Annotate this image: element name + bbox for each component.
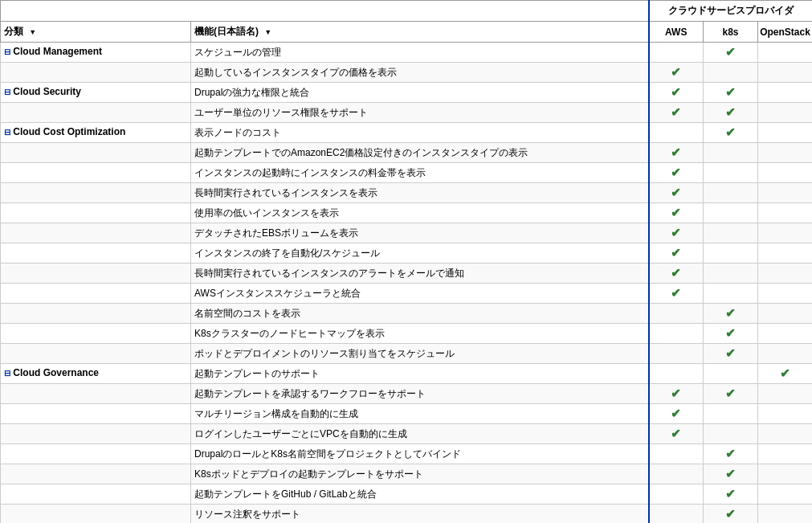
category-icon: ⊟ bbox=[4, 369, 10, 378]
category-cell bbox=[1, 63, 191, 83]
openstack-check-cell bbox=[758, 505, 813, 524]
k8s-checkmark: ✔ bbox=[725, 467, 736, 480]
feature-cell: K8sポッドとデプロイの起動テンプレートをサポート bbox=[191, 464, 649, 484]
feature-cell: Drupalの強力な権限と統合 bbox=[191, 83, 649, 103]
k8s-check-cell bbox=[704, 264, 758, 284]
aws-checkmark: ✔ bbox=[671, 206, 681, 219]
k8s-check-cell bbox=[704, 223, 758, 243]
table-row: 長時間実行されているインスタンスのアラートをメールで通知✔ bbox=[1, 264, 813, 284]
aws-check-cell bbox=[649, 484, 704, 505]
category-cell bbox=[1, 284, 191, 304]
aws-check-cell: ✔ bbox=[649, 163, 704, 183]
aws-checkmark: ✔ bbox=[671, 65, 681, 79]
category-cell bbox=[1, 424, 191, 444]
category-cell bbox=[1, 384, 191, 404]
k8s-check-cell: ✔ bbox=[704, 304, 758, 324]
table-body: ⊟ Cloud Managementスケジュールの管理✔起動しているインスタンス… bbox=[1, 43, 813, 524]
table-row: インスタンスの終了を自動化/スケジュール✔ bbox=[1, 243, 813, 264]
empty-header bbox=[1, 1, 649, 22]
category-icon: ⊟ bbox=[4, 128, 10, 137]
feature-table: クラウドサービスプロバイダ 分類 ▼ 機能(日本語名) ▼ AWS k8s Op… bbox=[0, 0, 812, 523]
openstack-check-cell bbox=[758, 103, 813, 123]
category-cell bbox=[1, 183, 191, 203]
aws-check-cell bbox=[649, 123, 704, 143]
table-row: ポッドとデプロイメントのリソース割り当てをスケジュール✔ bbox=[1, 344, 813, 364]
openstack-check-cell bbox=[758, 264, 813, 284]
category-cell bbox=[1, 143, 191, 163]
aws-checkmark: ✔ bbox=[671, 266, 681, 280]
category-cell bbox=[1, 344, 191, 364]
feature-cell: リソース注釈をサポート bbox=[191, 505, 649, 524]
openstack-check-cell bbox=[758, 444, 813, 464]
openstack-check-cell bbox=[758, 243, 813, 264]
k8s-check-cell bbox=[704, 364, 758, 384]
feature-cell: マルチリージョン構成を自動的に生成 bbox=[191, 404, 649, 424]
k8s-check-cell: ✔ bbox=[704, 43, 758, 63]
category-cell: ⊟ Cloud Cost Optimization bbox=[1, 123, 191, 143]
k8s-check-cell bbox=[704, 203, 758, 223]
aws-checkmark: ✔ bbox=[671, 427, 681, 440]
category-cell bbox=[1, 103, 191, 123]
aws-checkmark: ✔ bbox=[671, 145, 681, 159]
aws-checkmark: ✔ bbox=[671, 386, 681, 400]
table-row: K8sポッドとデプロイの起動テンプレートをサポート✔ bbox=[1, 464, 813, 484]
aws-check-cell: ✔ bbox=[649, 404, 704, 424]
category-cell bbox=[1, 243, 191, 264]
category-cell bbox=[1, 484, 191, 505]
openstack-check-cell bbox=[758, 484, 813, 505]
feature-cell: 長時間実行されているインスタンスのアラートをメールで通知 bbox=[191, 264, 649, 284]
table-row: 長時間実行されているインスタンスを表示✔ bbox=[1, 183, 813, 203]
aws-check-cell: ✔ bbox=[649, 183, 704, 203]
table-row: AWSインスタンススケジューラと統合✔ bbox=[1, 284, 813, 304]
table-row: ⊟ Cloud SecurityDrupalの強力な権限と統合✔✔ bbox=[1, 83, 813, 103]
openstack-check-cell bbox=[758, 424, 813, 444]
aws-checkmark: ✔ bbox=[671, 226, 681, 239]
feature-cell: 起動テンプレートのサポート bbox=[191, 364, 649, 384]
category-cell bbox=[1, 264, 191, 284]
k8s-checkmark: ✔ bbox=[725, 45, 736, 59]
feature-cell: インスタンスの起動時にインスタンスの料金帯を表示 bbox=[191, 163, 649, 183]
feature-cell: 起動テンプレートをGitHub / GitLabと統合 bbox=[191, 484, 649, 505]
k8s-check-cell bbox=[704, 183, 758, 203]
category-label: 分類 bbox=[4, 26, 23, 37]
feature-cell: 表示ノードのコスト bbox=[191, 123, 649, 143]
aws-check-cell bbox=[649, 43, 704, 63]
aws-checkmark: ✔ bbox=[671, 165, 681, 179]
k8s-checkmark: ✔ bbox=[725, 306, 736, 320]
openstack-header: OpenStack bbox=[758, 22, 813, 43]
aws-check-cell: ✔ bbox=[649, 63, 704, 83]
k8s-check-cell: ✔ bbox=[704, 344, 758, 364]
feature-cell: ユーザー単位のリソース権限をサポート bbox=[191, 103, 649, 123]
category-cell bbox=[1, 464, 191, 484]
openstack-check-cell bbox=[758, 163, 813, 183]
openstack-check-cell bbox=[758, 324, 813, 344]
k8s-check-cell bbox=[704, 63, 758, 83]
table-row: リソース注釈をサポート✔ bbox=[1, 505, 813, 524]
dropdown-icon[interactable]: ▼ bbox=[29, 28, 36, 36]
main-table-container: クラウドサービスプロバイダ 分類 ▼ 機能(日本語名) ▼ AWS k8s Op… bbox=[0, 0, 812, 523]
category-name: Cloud Cost Optimization bbox=[13, 126, 125, 137]
k8s-check-cell bbox=[704, 284, 758, 304]
aws-check-cell bbox=[649, 464, 704, 484]
k8s-header: k8s bbox=[704, 22, 758, 43]
k8s-checkmark: ✔ bbox=[725, 125, 736, 139]
openstack-check-cell bbox=[758, 63, 813, 83]
category-cell bbox=[1, 223, 191, 243]
table-row: 起動テンプレートをGitHub / GitLabと統合✔ bbox=[1, 484, 813, 505]
aws-check-cell bbox=[649, 304, 704, 324]
k8s-check-cell: ✔ bbox=[704, 83, 758, 103]
aws-check-cell: ✔ bbox=[649, 284, 704, 304]
feature-dropdown-icon[interactable]: ▼ bbox=[264, 28, 271, 36]
openstack-check-cell bbox=[758, 384, 813, 404]
aws-header: AWS bbox=[649, 22, 704, 43]
k8s-check-cell: ✔ bbox=[704, 103, 758, 123]
aws-check-cell bbox=[649, 364, 704, 384]
feature-cell: ログインしたユーザーごとにVPCを自動的に生成 bbox=[191, 424, 649, 444]
aws-check-cell bbox=[649, 344, 704, 364]
k8s-check-cell bbox=[704, 143, 758, 163]
table-row: インスタンスの起動時にインスタンスの料金帯を表示✔ bbox=[1, 163, 813, 183]
feature-cell: 名前空間のコストを表示 bbox=[191, 304, 649, 324]
feature-header: 機能(日本語名) ▼ bbox=[191, 22, 649, 43]
openstack-check-cell bbox=[758, 464, 813, 484]
k8s-check-cell bbox=[704, 243, 758, 264]
